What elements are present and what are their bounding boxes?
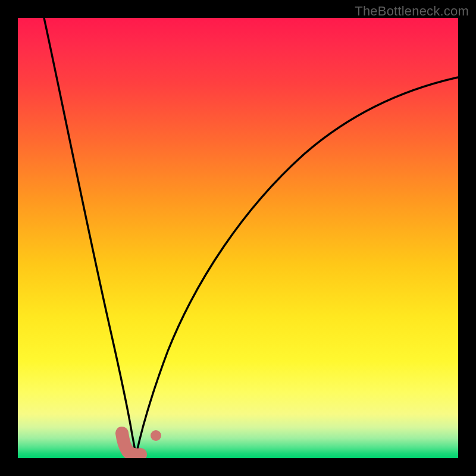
marker-dot-right — [151, 430, 161, 441]
curve-left-branch — [44, 18, 136, 457]
watermark-text: TheBottleneck.com — [355, 4, 469, 19]
chart-svg — [18, 18, 458, 458]
chart-frame — [18, 18, 458, 458]
curve-right-branch — [136, 77, 458, 457]
